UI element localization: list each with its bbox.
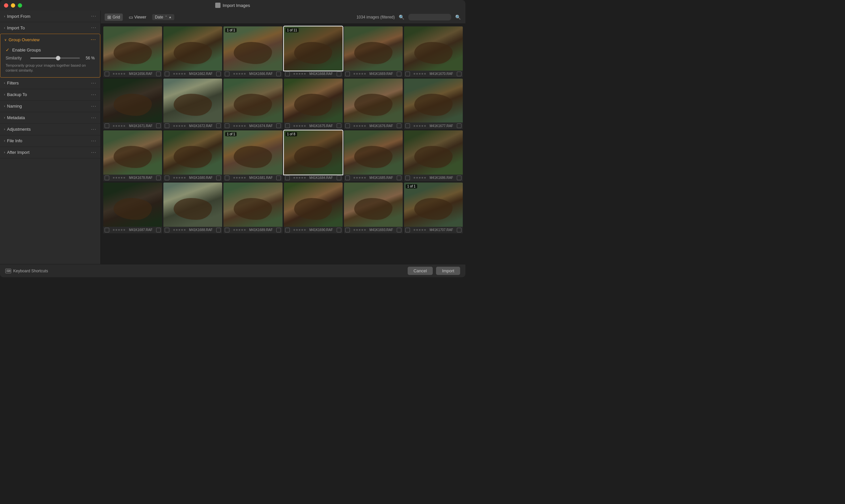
group-overview-header[interactable]: ∨ Group Overview ··· <box>0 34 100 45</box>
rating-dot[interactable] <box>115 73 117 75</box>
search-icon[interactable]: 🔍 <box>398 14 405 20</box>
image-select-checkbox[interactable] <box>397 123 401 128</box>
rating-dot[interactable] <box>236 73 238 75</box>
image-checkbox[interactable] <box>345 228 350 232</box>
image-checkbox[interactable] <box>165 72 169 76</box>
rating-dot[interactable] <box>176 125 178 127</box>
rating-dot[interactable] <box>356 229 358 231</box>
maximize-button[interactable] <box>18 3 22 7</box>
rating-dot[interactable] <box>115 229 117 231</box>
rating-dot[interactable] <box>184 73 185 75</box>
image-select-checkbox[interactable] <box>397 72 401 76</box>
sidebar-item-metadata[interactable]: › Metadata ··· <box>0 112 100 124</box>
rating-dot[interactable] <box>304 125 306 127</box>
sidebar-item-adjustments[interactable]: › Adjustments ··· <box>0 124 100 135</box>
filter-icon[interactable]: 🔍 <box>454 14 462 20</box>
rating-dot[interactable] <box>293 125 295 127</box>
image-checkbox[interactable] <box>345 72 350 76</box>
sidebar-item-filters[interactable]: › Filters ··· <box>0 77 100 89</box>
rating-dot[interactable] <box>173 125 175 127</box>
rating-dot[interactable] <box>301 229 303 231</box>
image-cell[interactable]: M41K1685.RAF <box>344 130 403 181</box>
sidebar-item-import-to[interactable]: › Import To ··· <box>0 22 100 34</box>
image-checkbox[interactable] <box>225 228 229 232</box>
more-options-icon[interactable]: ··· <box>91 92 96 98</box>
rating-dot[interactable] <box>233 125 235 127</box>
image-select-checkbox[interactable] <box>216 176 221 180</box>
rating-dot[interactable] <box>424 73 426 75</box>
rating-dot[interactable] <box>364 229 366 231</box>
rating-dot[interactable] <box>121 229 123 231</box>
image-checkbox[interactable] <box>165 228 169 232</box>
viewer-view-button[interactable]: ▭ Viewer <box>126 14 149 21</box>
image-cell[interactable]: M41K1689.RAF <box>223 182 282 233</box>
image-select-checkbox[interactable] <box>276 228 281 232</box>
minimize-button[interactable] <box>11 3 15 7</box>
image-select-checkbox[interactable] <box>276 176 281 180</box>
rating-dot[interactable] <box>123 229 125 231</box>
image-cell[interactable]: M41K1672.RAF <box>163 78 222 129</box>
rating-dot[interactable] <box>361 229 363 231</box>
rating-dot[interactable] <box>414 177 415 179</box>
image-checkbox[interactable] <box>105 228 109 232</box>
close-button[interactable] <box>4 3 8 7</box>
rating-dot[interactable] <box>359 125 360 127</box>
image-checkbox[interactable] <box>285 123 290 128</box>
image-checkbox[interactable] <box>405 228 410 232</box>
image-select-checkbox[interactable] <box>397 228 401 232</box>
sidebar-item-after-import[interactable]: › After Import ··· <box>0 147 100 158</box>
rating-dot[interactable] <box>239 125 240 127</box>
rating-dot[interactable] <box>118 177 120 179</box>
rating-dot[interactable] <box>301 73 303 75</box>
rating-dot[interactable] <box>416 229 418 231</box>
rating-dot[interactable] <box>354 73 355 75</box>
rating-dot[interactable] <box>179 73 180 75</box>
image-cell[interactable]: M41K1676.RAF <box>344 78 403 129</box>
image-select-checkbox[interactable] <box>397 176 401 180</box>
rating-dot[interactable] <box>299 125 300 127</box>
image-checkbox[interactable] <box>405 123 410 128</box>
image-checkbox[interactable] <box>225 72 229 76</box>
rating-dot[interactable] <box>364 125 366 127</box>
rating-dot[interactable] <box>361 73 363 75</box>
image-cell[interactable]: M41K1687.RAF <box>103 182 162 233</box>
rating-dot[interactable] <box>123 177 125 179</box>
rating-dot[interactable] <box>115 125 117 127</box>
image-select-checkbox[interactable] <box>216 123 221 128</box>
rating-dot[interactable] <box>118 73 120 75</box>
image-checkbox[interactable] <box>405 176 410 180</box>
image-cell[interactable]: M41K1680.RAF <box>163 130 222 181</box>
image-cell[interactable]: M41K1674.RAF <box>223 78 282 129</box>
rating-dot[interactable] <box>118 229 120 231</box>
more-options-icon[interactable]: ··· <box>91 103 96 109</box>
rating-dot[interactable] <box>179 177 180 179</box>
image-select-checkbox[interactable] <box>457 228 462 232</box>
image-select-checkbox[interactable] <box>276 72 281 76</box>
rating-dot[interactable] <box>424 229 426 231</box>
rating-dot[interactable] <box>354 125 355 127</box>
rating-dot[interactable] <box>414 73 415 75</box>
rating-dot[interactable] <box>181 177 183 179</box>
more-options-icon[interactable]: ··· <box>91 80 96 86</box>
image-select-checkbox[interactable] <box>457 72 462 76</box>
keyboard-shortcuts[interactable]: ⌨ Keyboard Shortcuts <box>5 269 48 273</box>
image-checkbox[interactable] <box>405 72 410 76</box>
image-cell[interactable]: M41K1688.RAF <box>163 182 222 233</box>
image-cell[interactable]: M41K1671.RAF <box>103 78 162 129</box>
image-cell[interactable]: M41K1669.RAF <box>344 26 403 77</box>
image-select-checkbox[interactable] <box>156 72 161 76</box>
rating-dot[interactable] <box>419 73 420 75</box>
rating-dot[interactable] <box>118 125 120 127</box>
rating-dot[interactable] <box>299 229 300 231</box>
rating-dot[interactable] <box>176 177 178 179</box>
rating-dot[interactable] <box>414 125 415 127</box>
image-select-checkbox[interactable] <box>457 176 462 180</box>
more-options-icon[interactable]: ··· <box>91 25 96 31</box>
rating-dot[interactable] <box>239 73 240 75</box>
rating-dot[interactable] <box>296 177 298 179</box>
image-cell[interactable]: M41K1662.RAF <box>163 26 222 77</box>
rating-dot[interactable] <box>113 229 114 231</box>
rating-dot[interactable] <box>356 125 358 127</box>
more-options-icon[interactable]: ··· <box>91 149 96 156</box>
image-checkbox[interactable] <box>345 176 350 180</box>
